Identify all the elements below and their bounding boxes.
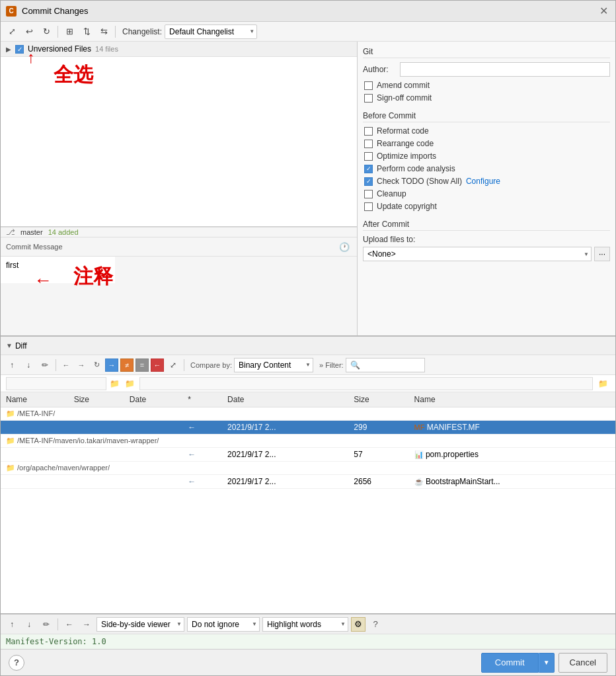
file-date-left [124, 475, 182, 489]
diff-next-btn[interactable]: ↓ [21, 358, 36, 372]
commit-msg-area: Commit Message 🕐 first ← 注释 [1, 237, 357, 335]
viewer-next-btn[interactable]: ↓ [22, 617, 36, 632]
window-title: Commit Changes [22, 6, 592, 16]
diff-nav-left[interactable]: ← [59, 359, 73, 372]
viewer-nav-right[interactable]: → [79, 617, 94, 632]
diff-folder-left-btn[interactable]: 📁 [109, 376, 120, 391]
diff-nav-blue[interactable]: → [105, 359, 118, 372]
perform-checkbox[interactable]: ✓ [364, 165, 373, 173]
msg-clock-btn[interactable]: 🕐 [337, 239, 352, 254]
upload-row: <None> ··· [363, 247, 610, 261]
highlight-select-wrapper[interactable]: Highlight words [262, 617, 348, 632]
expand-arrow[interactable]: ▶ [6, 46, 11, 53]
group-btn[interactable]: ⊞ [62, 24, 77, 39]
changelist-label: Changelist: [122, 27, 162, 36]
viewer-select[interactable]: Side-by-side viewer [96, 617, 184, 632]
folder-label: 📁 /org/apache/maven/wrapper/ [1, 462, 615, 475]
undo-btn[interactable]: ↩ [22, 24, 36, 39]
configure-link[interactable]: Configure [466, 177, 500, 186]
upload-select[interactable]: <None> [363, 247, 592, 261]
cancel-button[interactable]: Cancel [558, 653, 607, 673]
table-row[interactable]: 📁 /META-INF/ [1, 407, 615, 421]
table-row[interactable]: ← 2021/9/17 2... 57 📊 pom.properties [1, 448, 615, 462]
compare-select[interactable]: Binary Content [234, 358, 313, 372]
rearrange-checkbox[interactable] [364, 140, 373, 148]
viewer-edit-btn[interactable]: ✏ [39, 617, 54, 632]
diff-nav-right[interactable]: → [75, 359, 88, 372]
file-size-left [69, 475, 124, 489]
title-bar: C Commit Changes ✕ [1, 1, 615, 22]
diff-path-right-input[interactable]: a project1\web1\.mvn\wrapper\maven-wrapp… [139, 377, 593, 390]
update-copyright-checkbox[interactable] [364, 202, 373, 211]
cleanup-checkbox[interactable] [364, 190, 373, 198]
diff-path-left-input[interactable] [6, 377, 106, 390]
amend-commit-checkbox[interactable] [364, 81, 373, 90]
diff-nav-red[interactable]: ← [151, 359, 164, 372]
main-toolbar: ⤢ ↩ ↻ ⊞ ⇅ ⇆ Changelist: Default Changeli… [1, 22, 615, 42]
diff-folder-right-btn[interactable]: 📁 [596, 376, 610, 391]
optimize-row: Optimize imports [363, 151, 610, 161]
file-name-right: MF MANIFEST.MF [409, 421, 615, 435]
viewer-select-wrapper[interactable]: Side-by-side viewer [96, 617, 184, 632]
reformat-label: Reformat code [377, 126, 429, 136]
file-date-right: 2021/9/17 2... [222, 448, 348, 462]
jump-btn[interactable]: ⤢ [5, 24, 19, 39]
refresh-btn[interactable]: ↻ [39, 24, 54, 39]
close-button[interactable]: ✕ [597, 5, 610, 18]
diff-nav-orange[interactable]: ≠ [120, 359, 134, 372]
main-window: C Commit Changes ✕ ⤢ ↩ ↻ ⊞ ⇅ ⇆ Changelis… [0, 0, 616, 676]
filter-input[interactable] [346, 358, 425, 372]
file-arrow: ← [182, 421, 222, 435]
diff-nav-gray[interactable]: = [135, 359, 149, 372]
todo-checkbox[interactable]: ✓ [364, 177, 373, 186]
file-date-left [124, 448, 182, 462]
ignore-select-wrapper[interactable]: Do not ignore [187, 617, 260, 632]
help-inline-btn[interactable]: ? [368, 617, 383, 632]
file-name-right: 📊 pom.properties [409, 448, 615, 462]
cleanup-row: Cleanup [363, 189, 610, 198]
select-all-checkbox[interactable]: ✓ [15, 45, 24, 54]
gear-button[interactable]: ⚙ [351, 617, 366, 632]
expand-btn[interactable]: ⇆ [96, 24, 111, 39]
commit-button[interactable]: Commit [481, 653, 539, 673]
commit-msg-header: Commit Message 🕐 [1, 237, 357, 257]
bottom-bar: ? Commit ▼ Cancel [1, 649, 615, 675]
java-icon: ☕ [414, 478, 424, 486]
amend-commit-row: Amend commit [363, 81, 610, 90]
diff-refresh-btn[interactable]: ↻ [90, 359, 103, 372]
upload-more-btn[interactable]: ··· [594, 247, 610, 261]
commit-msg-input[interactable]: first [1, 257, 115, 283]
changelist-select[interactable]: Default Changelist [165, 24, 257, 39]
commit-dropdown-btn[interactable]: ▼ [539, 653, 555, 673]
folder-label: 📁 /META-INF/maven/io.takari/maven-wrappe… [1, 435, 615, 448]
author-row: Author: [363, 62, 610, 77]
diff-sep1 [56, 359, 56, 371]
diff-line: Manifest-Version: 1.0 [6, 637, 106, 646]
diff-prev-btn[interactable]: ↑ [5, 358, 19, 372]
author-input[interactable] [400, 62, 610, 77]
highlight-select[interactable]: Highlight words [262, 617, 348, 632]
table-row[interactable]: 📁 /org/apache/maven/wrapper/ [1, 462, 615, 475]
viewer-prev-btn[interactable]: ↑ [5, 617, 19, 632]
table-row[interactable]: 📁 /META-INF/maven/io.takari/maven-wrappe… [1, 435, 615, 448]
viewer-nav-left[interactable]: ← [62, 617, 77, 632]
compare-select-wrapper[interactable]: Binary Content [234, 358, 313, 372]
diff-edit-btn[interactable]: ✏ [38, 358, 52, 372]
file-count: 14 files [95, 45, 118, 53]
changelist-select-wrapper[interactable]: Default Changelist [165, 24, 257, 39]
diff-expand-arrow[interactable]: ▼ [6, 342, 13, 349]
diff-more-btn[interactable]: ⤢ [166, 358, 180, 372]
help-button[interactable]: ? [9, 655, 24, 671]
optimize-checkbox[interactable] [364, 152, 373, 161]
table-row[interactable]: ← 2021/9/17 2... 2656 ☕ BootstrapMainSta… [1, 475, 615, 489]
ignore-select[interactable]: Do not ignore [187, 617, 260, 632]
diff-bottom-toolbar: ↑ ↓ ✏ ← → Side-by-side viewer Do not ign… [1, 614, 615, 634]
signoff-commit-checkbox[interactable] [364, 94, 373, 103]
reformat-checkbox[interactable] [364, 127, 373, 136]
upload-select-wrapper[interactable]: <None> [363, 247, 592, 261]
table-row[interactable]: ← 2021/9/17 2... 299 MF MANIFEST.MF [1, 421, 615, 435]
sort-btn[interactable]: ⇅ [79, 24, 94, 39]
file-name-right: ☕ BootstrapMainStart... [409, 475, 615, 489]
compare-by-label: Compare by: [190, 361, 232, 369]
git-section-title: Git [363, 47, 610, 58]
